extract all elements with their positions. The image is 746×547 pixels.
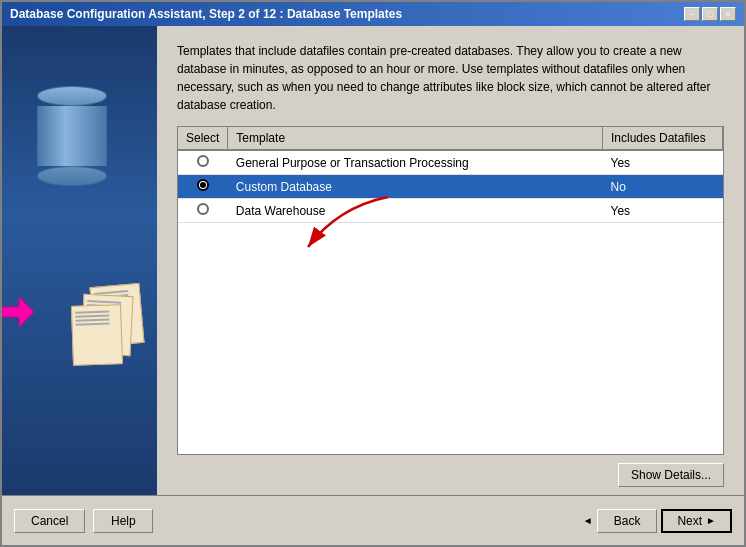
table-header-row: Select Template Includes Datafiles — [178, 127, 723, 150]
radio-cell-1[interactable] — [178, 150, 228, 175]
next-arrow-icon: ► — [706, 515, 716, 526]
documents-icon — [72, 285, 152, 385]
template-name-1[interactable]: General Purpose or Transaction Processin… — [228, 150, 603, 175]
table-row[interactable]: Data Warehouse Yes — [178, 199, 723, 223]
description-text: Templates that include datafiles contain… — [157, 26, 744, 126]
radio-cell-2[interactable] — [178, 175, 228, 199]
table-row[interactable]: General Purpose or Transaction Processin… — [178, 150, 723, 175]
back-arrow-icon: ◄ — [583, 515, 593, 526]
includes-header: Includes Datafiles — [603, 127, 723, 150]
radio-button-1[interactable] — [197, 155, 209, 167]
minimize-button[interactable]: − — [684, 7, 700, 21]
pink-arrow-indicator — [2, 297, 34, 330]
table-row[interactable]: Custom Database No — [178, 175, 723, 199]
restore-button[interactable]: □ — [702, 7, 718, 21]
template-name-3[interactable]: Data Warehouse — [228, 199, 603, 223]
cancel-button[interactable]: Cancel — [14, 509, 85, 533]
db-body — [37, 106, 107, 166]
title-bar: Database Configuration Assistant, Step 2… — [2, 2, 744, 26]
back-button[interactable]: Back — [597, 509, 658, 533]
left-panel — [2, 26, 157, 495]
footer: Cancel Help ◄ Back Next ► — [2, 495, 744, 545]
radio-cell-3[interactable] — [178, 199, 228, 223]
footer-right-buttons: ◄ Back Next ► — [583, 509, 732, 533]
db-top — [37, 86, 107, 106]
db-bottom — [37, 166, 107, 186]
window-controls: − □ × — [684, 7, 736, 21]
templates-table: Select Template Includes Datafiles Gener… — [178, 127, 723, 223]
close-button[interactable]: × — [720, 7, 736, 21]
help-button[interactable]: Help — [93, 509, 153, 533]
radio-button-3[interactable] — [197, 203, 209, 215]
table-wrapper: Select Template Includes Datafiles Gener… — [177, 126, 724, 455]
show-details-button[interactable]: Show Details... — [618, 463, 724, 487]
bottom-area: Show Details... — [157, 455, 744, 495]
template-header: Template — [228, 127, 603, 150]
next-button[interactable]: Next ► — [661, 509, 732, 533]
footer-left-buttons: Cancel Help — [14, 509, 153, 533]
template-name-2[interactable]: Custom Database — [228, 175, 603, 199]
svg-marker-0 — [2, 297, 34, 327]
includes-value-1: Yes — [603, 150, 723, 175]
show-details-row: Show Details... — [177, 463, 724, 487]
select-header: Select — [178, 127, 228, 150]
paper-3 — [71, 304, 123, 366]
content-area: Templates that include datafiles contain… — [2, 26, 744, 495]
includes-value-3: Yes — [603, 199, 723, 223]
radio-button-2[interactable] — [197, 179, 209, 191]
includes-value-2: No — [603, 175, 723, 199]
main-window: Database Configuration Assistant, Step 2… — [0, 0, 746, 547]
window-title: Database Configuration Assistant, Step 2… — [10, 7, 402, 21]
next-label: Next — [677, 514, 702, 528]
right-panel: Templates that include datafiles contain… — [157, 26, 744, 495]
database-icon — [32, 86, 112, 176]
